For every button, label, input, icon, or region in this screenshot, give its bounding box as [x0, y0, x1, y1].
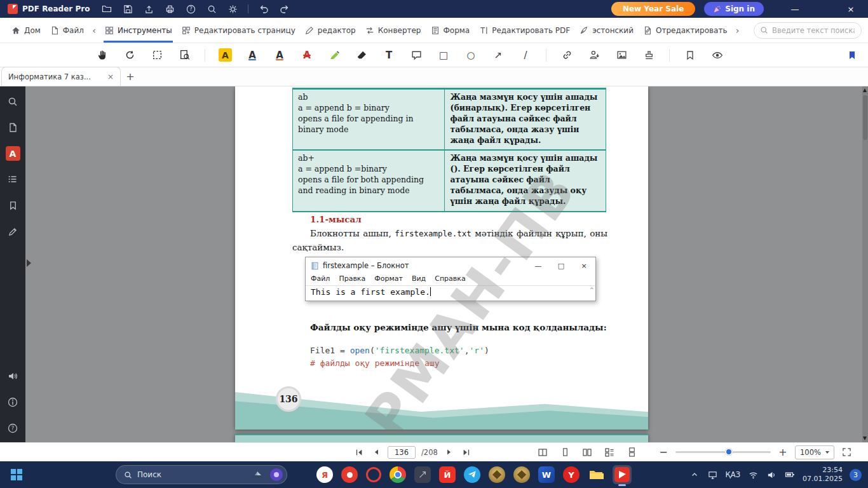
pdf-reader-app-icon[interactable] [613, 465, 632, 484]
file-explorer-icon[interactable] [588, 466, 604, 483]
bookmark-icon[interactable] [683, 48, 697, 62]
single-page-icon[interactable] [559, 447, 571, 458]
menu-item-form[interactable]: Форма [426, 18, 475, 43]
help-icon[interactable]: ? [185, 3, 196, 15]
image-icon[interactable] [614, 48, 628, 62]
rectangle-tool[interactable]: □ [437, 48, 451, 62]
sidebar-outline-icon[interactable] [5, 172, 20, 187]
scroll-up-arrow[interactable] [863, 88, 867, 92]
document-tab[interactable]: Информатика 7 каз... × [1, 67, 121, 86]
y-app-icon[interactable]: Y [563, 466, 580, 483]
two-page-icon[interactable] [581, 447, 593, 458]
signature-icon[interactable] [587, 48, 601, 62]
telegram-app-icon[interactable] [464, 466, 480, 483]
zoom-slider-knob[interactable] [725, 448, 733, 456]
open-folder-icon[interactable] [101, 3, 112, 15]
red-app-icon[interactable] [341, 466, 358, 483]
line-tool[interactable]: / [519, 48, 532, 62]
scroll-down-arrow[interactable] [863, 437, 867, 440]
settings-gear-icon[interactable] [227, 3, 238, 15]
notepad-scroll-up[interactable]: ^ [590, 287, 593, 293]
document-viewport[interactable]: ab a = append b = binary opens a file fo… [25, 86, 868, 442]
underline-text-tool[interactable]: A [245, 48, 259, 62]
menu-item-translate[interactable]: эстонский [574, 18, 638, 43]
new-year-sale-button[interactable]: New Year Sale [611, 2, 695, 16]
highlighter-pen-icon[interactable] [327, 48, 341, 62]
sidebar-edit-tool[interactable]: A [6, 146, 20, 161]
chrome-app-icon[interactable] [390, 466, 406, 483]
search-input[interactable] [754, 22, 862, 39]
sidebar-bookmark-icon[interactable] [5, 198, 20, 213]
new-tab-button[interactable]: + [121, 67, 140, 86]
opera-app-icon[interactable] [366, 467, 381, 482]
yandex-app-icon[interactable]: Я [316, 466, 333, 483]
close-button[interactable]: × [841, 1, 860, 17]
zoom-slider[interactable] [675, 451, 771, 453]
sidebar-help-icon[interactable]: ? [5, 421, 20, 436]
zoom-out-button[interactable]: − [658, 447, 669, 458]
menu-item-edit-page[interactable]: Редактировать страницу [177, 18, 300, 43]
highlight-text-tool[interactable]: A [219, 48, 232, 62]
gold-emblem-app-icon[interactable] [489, 466, 505, 483]
next-page-button[interactable] [444, 447, 455, 458]
sidebar-search-icon[interactable] [5, 94, 20, 109]
print-icon[interactable] [164, 3, 175, 15]
menu-item-home[interactable]: Дом [6, 18, 45, 43]
last-page-button[interactable] [461, 447, 472, 458]
menu-item-file[interactable]: Файл [45, 18, 88, 43]
start-button[interactable] [6, 464, 27, 485]
previous-page-button[interactable] [370, 447, 382, 458]
menu-scroll-left[interactable]: ‹ [88, 18, 100, 43]
menu-item-tools[interactable]: Инструменты [100, 18, 177, 43]
rotate-view-icon[interactable] [123, 48, 137, 62]
sidebar-info-icon[interactable] [5, 395, 20, 410]
save-icon[interactable] [122, 3, 133, 15]
game-app-icon[interactable] [414, 466, 431, 483]
menu-scroll-right[interactable]: › [732, 18, 743, 43]
yandex-music-app-icon[interactable]: Й [439, 466, 456, 483]
redo-icon[interactable] [279, 3, 290, 15]
tray-chevron-up-icon[interactable] [689, 469, 700, 480]
menu-item-edit-pdf[interactable]: Редактировать PDF [474, 18, 574, 43]
sidebar-readaloud-icon[interactable] [5, 369, 20, 384]
notepad-menu-format[interactable]: Формат [374, 274, 403, 283]
taskbar-search[interactable]: Поиск [116, 465, 287, 484]
wifi-icon[interactable] [747, 469, 759, 480]
scrollbar-thumb[interactable] [863, 95, 867, 140]
sidebar-annotation-icon[interactable] [5, 224, 20, 239]
notification-badge[interactable]: 3 [850, 469, 862, 481]
reading-mode-icon[interactable] [537, 447, 548, 458]
ellipse-tool[interactable]: ○ [464, 48, 478, 62]
hand-tool-icon[interactable] [95, 48, 109, 62]
language-indicator[interactable]: ҚАЗ [726, 470, 740, 479]
continuous-scroll-icon[interactable] [626, 447, 637, 458]
sidebar-thumbnails-icon[interactable] [5, 120, 20, 135]
zoom-in-button[interactable]: + [777, 447, 789, 458]
notepad-menu-help[interactable]: Справка [435, 274, 465, 283]
marquee-select-icon[interactable] [150, 48, 164, 62]
notepad-menu-file[interactable]: Файл [311, 274, 330, 283]
vertical-scrollbar[interactable] [862, 86, 868, 442]
strikethrough-tool[interactable]: A [300, 48, 314, 62]
eraser-icon[interactable] [355, 48, 369, 62]
blue-bookmark-icon[interactable] [845, 48, 859, 62]
notepad-maximize[interactable]: □ [550, 257, 573, 274]
link-icon[interactable] [560, 48, 574, 62]
minimize-button[interactable]: — [785, 1, 804, 17]
sign-in-button[interactable]: Sign in [704, 2, 764, 16]
menu-item-converter[interactable]: Конвертер [360, 18, 426, 43]
tab-close-icon[interactable]: × [107, 72, 114, 81]
notepad-minimize[interactable]: — [527, 257, 550, 274]
eye-icon[interactable] [710, 48, 724, 62]
menu-item-edit-doc[interactable]: Отредактировать [638, 18, 732, 43]
notepad-close[interactable]: × [573, 257, 595, 274]
arrow-tool[interactable]: ↗ [491, 48, 505, 62]
text-tool[interactable]: T [382, 48, 396, 62]
zoom-page-icon[interactable] [177, 48, 191, 62]
first-page-button[interactable] [353, 447, 365, 458]
undo-icon[interactable] [258, 3, 269, 15]
fullscreen-icon[interactable] [841, 447, 852, 458]
notepad-menu-edit[interactable]: Правка [339, 274, 365, 283]
zoom-level-dropdown[interactable]: 100% [795, 445, 834, 459]
notepad-menu-view[interactable]: Вид [412, 274, 426, 283]
